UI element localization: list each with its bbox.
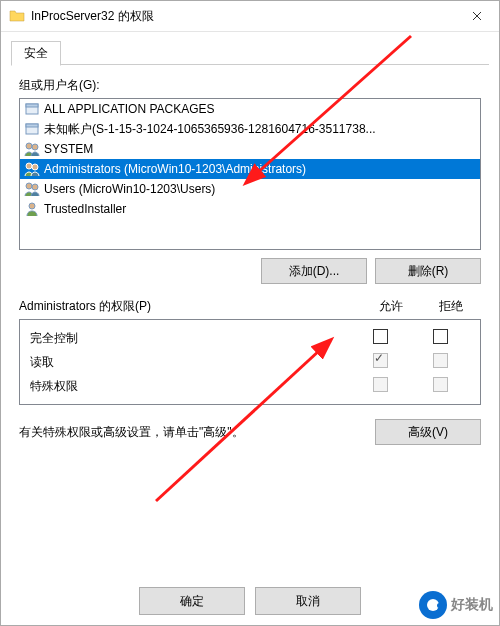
svg-point-6 <box>26 163 32 169</box>
column-allow-label: 允许 <box>361 298 421 315</box>
list-item-label: 未知帐户(S-1-15-3-1024-1065365936-1281604716… <box>44 121 376 138</box>
list-item[interactable]: Users (MicroWin10-1203\Users) <box>20 179 480 199</box>
allow-checkbox <box>373 377 388 392</box>
ok-button[interactable]: 确定 <box>139 587 245 615</box>
svg-rect-1 <box>26 104 38 107</box>
watermark-text: 好装机 <box>451 596 493 614</box>
list-item-label: ALL APPLICATION PACKAGES <box>44 102 215 116</box>
permission-allow-cell <box>350 353 410 371</box>
permission-name: 特殊权限 <box>30 378 350 395</box>
watermark: 好装机 <box>419 591 493 619</box>
list-item-label: Users (MicroWin10-1203\Users) <box>44 182 215 196</box>
advanced-hint-text: 有关特殊权限或高级设置，请单击"高级"。 <box>19 424 375 441</box>
permission-deny-cell <box>410 329 470 347</box>
list-item[interactable]: Administrators (MicroWin10-1203\Administ… <box>20 159 480 179</box>
permission-allow-cell <box>350 329 410 347</box>
deny-checkbox <box>433 377 448 392</box>
add-button[interactable]: 添加(D)... <box>261 258 367 284</box>
permission-deny-cell <box>410 353 470 371</box>
person-icon <box>24 201 40 217</box>
tab-strip: 安全 <box>1 32 499 65</box>
close-button[interactable] <box>454 1 499 31</box>
permission-allow-cell <box>350 377 410 395</box>
permissions-title: Administrators 的权限(P) <box>19 298 361 315</box>
people-icon <box>24 181 40 197</box>
permission-deny-cell <box>410 377 470 395</box>
permission-row: 完全控制 <box>20 326 480 350</box>
advanced-row: 有关特殊权限或高级设置，请单击"高级"。 高级(V) <box>19 419 481 445</box>
users-listbox[interactable]: ALL APPLICATION PACKAGES未知帐户(S-1-15-3-10… <box>19 98 481 250</box>
column-deny-label: 拒绝 <box>421 298 481 315</box>
allow-checkbox <box>373 353 388 368</box>
tab-divider <box>11 64 489 65</box>
allow-checkbox[interactable] <box>373 329 388 344</box>
people-icon <box>24 141 40 157</box>
svg-point-9 <box>32 184 38 190</box>
deny-checkbox <box>433 353 448 368</box>
add-remove-row: 添加(D)... 删除(R) <box>19 258 481 284</box>
package-icon <box>24 101 40 117</box>
permission-row: 读取 <box>20 350 480 374</box>
folder-icon <box>9 8 25 24</box>
remove-button[interactable]: 删除(R) <box>375 258 481 284</box>
deny-checkbox[interactable] <box>433 329 448 344</box>
permission-name: 完全控制 <box>30 330 350 347</box>
cancel-button[interactable]: 取消 <box>255 587 361 615</box>
people-icon <box>24 161 40 177</box>
svg-point-7 <box>32 164 38 170</box>
list-item-label: Administrators (MicroWin10-1203\Administ… <box>44 162 306 176</box>
permission-name: 读取 <box>30 354 350 371</box>
advanced-button[interactable]: 高级(V) <box>375 419 481 445</box>
content-area: 组或用户名(G): ALL APPLICATION PACKAGES未知帐户(S… <box>1 65 499 455</box>
svg-rect-3 <box>26 124 38 127</box>
svg-point-4 <box>26 143 32 149</box>
package-icon <box>24 121 40 137</box>
list-item[interactable]: SYSTEM <box>20 139 480 159</box>
svg-point-8 <box>26 183 32 189</box>
list-item[interactable]: 未知帐户(S-1-15-3-1024-1065365936-1281604716… <box>20 119 480 139</box>
permissions-listbox: 完全控制读取特殊权限 <box>19 319 481 405</box>
svg-point-5 <box>32 144 38 150</box>
title-bar: InProcServer32 的权限 <box>1 1 499 32</box>
group-users-label: 组或用户名(G): <box>19 77 481 94</box>
dialog-window: InProcServer32 的权限 安全 组或用户名(G): ALL APPL… <box>0 0 500 626</box>
permissions-header: Administrators 的权限(P) 允许 拒绝 <box>19 298 481 315</box>
list-item-label: SYSTEM <box>44 142 93 156</box>
tab-security[interactable]: 安全 <box>11 41 61 66</box>
permission-row: 特殊权限 <box>20 374 480 398</box>
watermark-icon <box>419 591 447 619</box>
list-item-label: TrustedInstaller <box>44 202 126 216</box>
list-item[interactable]: ALL APPLICATION PACKAGES <box>20 99 480 119</box>
svg-point-10 <box>29 203 35 209</box>
dialog-title: InProcServer32 的权限 <box>31 8 454 25</box>
list-item[interactable]: TrustedInstaller <box>20 199 480 219</box>
